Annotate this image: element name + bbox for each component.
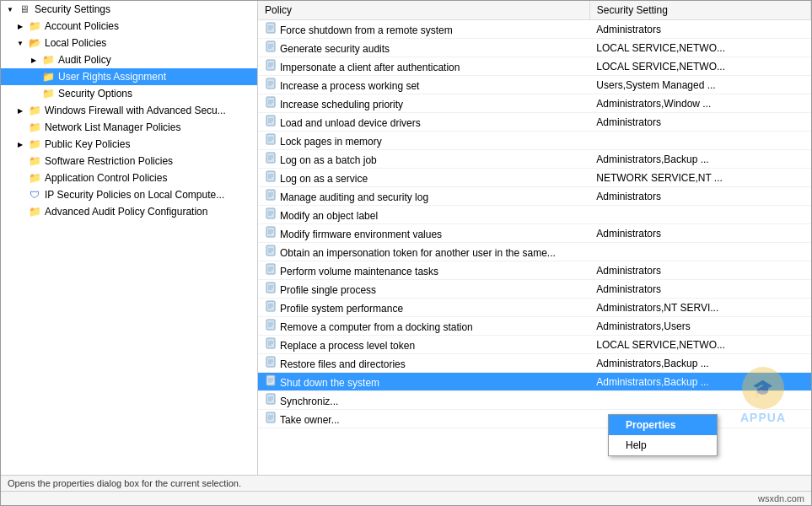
table-row[interactable]: Replace a process level tokenLOCAL SERVI… [258, 336, 811, 354]
table-row[interactable]: Force shutdown from a remote systemAdmin… [258, 20, 811, 39]
table-row[interactable]: Remove a computer from a docking station… [258, 317, 811, 336]
expand-icon [14, 155, 26, 167]
table-row[interactable]: Increase a process working setUsers,Syst… [258, 76, 811, 94]
bottom-bar: wsxdn.com [1, 491, 811, 505]
table-row[interactable]: Modify firmware environment valuesAdmini… [258, 224, 811, 243]
setting-cell [589, 206, 810, 224]
policy-icon [265, 189, 277, 201]
table-row[interactable]: Profile single processAdministrators [258, 280, 811, 299]
table-row[interactable]: Profile system performanceAdministrators… [258, 299, 811, 317]
context-menu-help[interactable]: Help [609, 435, 717, 455]
tree-label: Application Control Policies [45, 172, 167, 184]
table-row[interactable]: Perform volume maintenance tasksAdminist… [258, 261, 811, 280]
policy-cell: Log on as a batch job [258, 150, 589, 169]
setting-cell [589, 243, 810, 261]
expand-icon [14, 172, 26, 184]
folder-icon: 📁 [28, 154, 41, 168]
expand-icon [28, 71, 40, 83]
table-row[interactable]: Log on as a batch jobAdministrators,Back… [258, 150, 811, 169]
policy-icon [265, 133, 277, 145]
policy-icon [265, 115, 277, 126]
table-row[interactable]: Generate security auditsLOCAL SERVICE,NE… [258, 39, 811, 57]
policy-scroll-area[interactable]: Policy Security Setting Force shutdown f… [258, 1, 811, 475]
setting-cell: NETWORK SERVICE,NT ... [589, 169, 810, 187]
table-row[interactable]: Restore files and directoriesAdministrat… [258, 354, 811, 373]
table-row[interactable]: Log on as a serviceNETWORK SERVICE,NT ..… [258, 169, 811, 187]
tree-item-audit-policy[interactable]: ▶ 📁 Audit Policy [1, 51, 257, 68]
policy-table: Policy Security Setting Force shutdown f… [258, 1, 811, 428]
tree-item-network-list[interactable]: 📁 Network List Manager Policies [1, 119, 257, 136]
tree-item-ip-security[interactable]: 🛡 IP Security Policies on Local Compute.… [1, 186, 257, 203]
right-panel: Policy Security Setting Force shutdown f… [258, 1, 811, 475]
tree-label: Advanced Audit Policy Configuration [45, 206, 207, 218]
policy-cell: Replace a process level token [258, 336, 589, 354]
policy-icon [265, 374, 277, 386]
setting-cell: LOCAL SERVICE,NETWO... [589, 336, 810, 354]
table-row[interactable]: Increase scheduling priorityAdministrato… [258, 94, 811, 113]
table-row[interactable]: Load and unload device driversAdministra… [258, 113, 811, 132]
tree-item-windows-firewall[interactable]: ▶ 📁 Windows Firewall with Advanced Secu.… [1, 102, 257, 119]
tree-label: Account Policies [45, 20, 119, 32]
policy-cell: Profile system performance [258, 299, 589, 317]
policy-icon [265, 152, 277, 164]
setting-cell: Administrators,NT SERVI... [589, 299, 810, 317]
policy-icon [265, 226, 277, 238]
expand-icon: ▼ [14, 37, 26, 49]
site-credit: wsxdn.com [758, 493, 804, 503]
folder-selected-icon: 📁 [41, 70, 55, 83]
setting-cell: Administrators,Backup ... [589, 354, 810, 373]
folder-icon: 📁 [28, 205, 41, 218]
table-row[interactable]: Take owner... [258, 410, 811, 428]
table-row[interactable]: Shut down the systemAdministrators,Backu… [258, 373, 811, 391]
policy-icon [265, 393, 277, 405]
policy-icon [265, 263, 277, 275]
policy-icon [265, 282, 277, 293]
tree-item-app-control[interactable]: 📁 Application Control Policies [1, 170, 257, 186]
tree-item-user-rights[interactable]: 📁 User Rights Assignment [1, 68, 257, 85]
table-row[interactable]: Synchroniz... [258, 391, 811, 410]
main-window: ▼ 🖥 Security Settings ▶ 📁 Account Polici… [0, 0, 812, 506]
expand-icon [14, 189, 26, 201]
policy-cell: Shut down the system [258, 373, 589, 391]
tree-item-account-policies[interactable]: ▶ 📁 Account Policies [1, 18, 257, 35]
tree-item-security-options[interactable]: 📁 Security Options [1, 85, 257, 102]
tree-item-software-restriction[interactable]: 📁 Software Restriction Policies [1, 153, 257, 170]
policy-cell: Modify firmware environment values [258, 224, 589, 243]
policy-cell: Restore files and directories [258, 354, 589, 373]
policy-icon [265, 170, 277, 182]
tree-item-advanced-audit[interactable]: 📁 Advanced Audit Policy Configuration [1, 203, 257, 220]
policy-icon [265, 245, 277, 256]
tree-label: Security Settings [35, 3, 110, 15]
context-menu-properties[interactable]: Properties [609, 415, 717, 435]
policy-cell: Profile single process [258, 280, 589, 299]
tree-item-local-policies[interactable]: ▼ 📂 Local Policies [1, 35, 257, 51]
expand-icon [14, 206, 26, 218]
table-row[interactable]: Lock pages in memory [258, 132, 811, 150]
setting-cell: Users,System Managed ... [589, 76, 810, 94]
table-row[interactable]: Obtain an impersonation token for anothe… [258, 243, 811, 261]
tree-label: Audit Policy [58, 54, 111, 66]
policy-icon [265, 22, 277, 34]
computer-icon: 🖥 [18, 3, 31, 16]
folder-icon: 📁 [41, 53, 55, 67]
tree-item-public-key[interactable]: ▶ 📁 Public Key Policies [1, 136, 257, 153]
policy-icon [265, 40, 277, 52]
table-row[interactable]: Impersonate a client after authenticatio… [258, 57, 811, 76]
tree-label: User Rights Assignment [58, 71, 166, 83]
policy-cell: Generate security audits [258, 39, 589, 57]
shield-icon: 🛡 [28, 188, 41, 202]
policy-cell: Load and unload device drivers [258, 113, 589, 132]
folder-icon: 📁 [28, 171, 41, 185]
setting-cell: Administrators [589, 20, 810, 39]
policy-icon [265, 337, 277, 349]
policy-cell: Increase scheduling priority [258, 94, 589, 113]
folder-icon: 📁 [28, 19, 41, 33]
setting-cell: Administrators [589, 113, 810, 132]
policy-cell: Modify an object label [258, 206, 589, 224]
policy-column-header: Policy [258, 1, 589, 20]
table-row[interactable]: Modify an object label [258, 206, 811, 224]
tree-label: Network List Manager Policies [45, 121, 180, 133]
policy-icon [265, 319, 277, 331]
tree-item-security-settings[interactable]: ▼ 🖥 Security Settings [1, 1, 257, 18]
table-row[interactable]: Manage auditing and security logAdminist… [258, 187, 811, 206]
